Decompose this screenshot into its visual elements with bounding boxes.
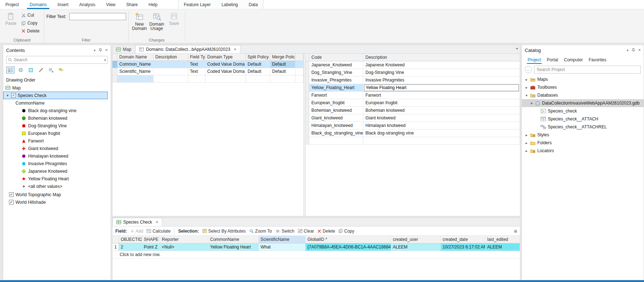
pane-menu-chevron-icon[interactable]: ▾ <box>627 48 629 52</box>
back-arrow-icon[interactable]: ← <box>525 66 532 73</box>
tree-item-map[interactable]: Map <box>3 84 111 92</box>
list-by-drawing-order-icon[interactable] <box>6 66 15 74</box>
switch-selection-button[interactable]: Switch <box>275 229 294 234</box>
expand-arrow-icon[interactable]: ▸ <box>525 78 528 81</box>
cell-split-policy[interactable]: Default <box>246 68 270 75</box>
cell-created-date[interactable]: 10/27/2023 6:17:02 AM <box>441 243 485 251</box>
list-by-editing-icon[interactable] <box>36 66 45 74</box>
col-domain-name[interactable]: Domain Name <box>117 54 154 61</box>
tab-analysis[interactable]: Analysis <box>74 0 101 9</box>
catalog-tab-project[interactable]: Project <box>525 57 544 64</box>
pane-menu-chevron-icon[interactable]: ▾ <box>94 48 96 52</box>
expand-arrow-icon[interactable]: ▾ <box>530 101 533 105</box>
code-row[interactable]: Dog_Strangling_VineDog-Strangling Vine <box>306 69 520 76</box>
cell-domain-name[interactable]: Scientific_Name <box>117 68 154 75</box>
catalog-item-species-check-attach[interactable]: Species_check__ATTACH <box>522 115 644 123</box>
cell-code[interactable]: Japanese_Knotweed <box>309 61 363 69</box>
cell-code-description[interactable]: Black dog-strangling vine <box>363 129 520 137</box>
tab-domains[interactable]: Domains <box>24 0 52 9</box>
tab-feature-layer[interactable]: Feature Layer <box>178 0 216 9</box>
list-by-data-source-icon[interactable] <box>16 66 25 74</box>
cell-scientificname[interactable]: What <box>259 243 306 251</box>
cell-split-policy[interactable]: Default <box>246 61 270 68</box>
col-field-type[interactable]: Field Ty <box>188 54 205 61</box>
col-created-date[interactable]: created_date <box>441 236 485 243</box>
close-icon[interactable]: × <box>638 48 641 53</box>
col-objectid[interactable]: OBJECTID * <box>119 236 142 243</box>
cell-objectid[interactable]: 2 <box>119 243 142 251</box>
pin-icon[interactable] <box>98 48 102 52</box>
tab-insert[interactable]: Insert <box>52 0 74 9</box>
copy-button[interactable]: Copy <box>19 19 42 27</box>
cell-code-description[interactable]: Bohemian knotweed <box>363 107 520 114</box>
col-globalid[interactable]: GlobalID * <box>306 236 391 243</box>
attribute-row-selected[interactable]: 1 2 Point Z <Null> Yellow Floating Heart… <box>112 243 520 251</box>
add-new-row-hint[interactable]: Click to add new row. <box>112 251 520 259</box>
col-description[interactable]: Description <box>154 54 188 61</box>
cell-shape[interactable]: Point Z <box>142 243 160 251</box>
cell-description[interactable] <box>154 68 188 75</box>
expand-arrow-icon[interactable]: ▸ <box>525 141 528 145</box>
list-by-snapping-icon[interactable] <box>46 66 55 74</box>
catalog-item-toolboxes[interactable]: ▸ Toolboxes <box>522 83 644 91</box>
zoom-to-button[interactable]: Zoom To <box>249 229 272 234</box>
cell-code[interactable]: Fanwort <box>309 92 363 99</box>
catalog-tab-portal[interactable]: Portal <box>544 57 561 64</box>
code-description-edit-input[interactable] <box>364 84 519 91</box>
tab-list-chevron-icon[interactable]: ▾ <box>516 47 518 50</box>
catalog-item-maps[interactable]: ▸ Maps <box>522 75 644 83</box>
tree-item-field-commonname[interactable]: CommonName <box>3 99 111 107</box>
cell-code-description[interactable]: Himalayan knotweed <box>363 122 520 129</box>
calculate-button[interactable]: Calculate <box>147 229 170 234</box>
search-options-chevron-icon[interactable]: ▾ <box>104 58 106 62</box>
legend-item[interactable]: European frogbit <box>3 129 111 137</box>
row-indicator[interactable] <box>112 75 117 83</box>
cell-code-description[interactable]: Japanese Knotweed <box>363 61 520 69</box>
legend-item[interactable]: Dog-Strangling Vine <box>3 122 111 129</box>
expand-arrow-icon[interactable]: ▸ <box>525 133 528 137</box>
cell-domain-type[interactable]: Coded Value Doma <box>205 68 246 75</box>
catalog-item-species-check[interactable]: Species_check <box>522 107 644 115</box>
cut-button[interactable]: Cut <box>19 12 42 19</box>
code-row[interactable]: Bohemian_knotweedBohemian knotweed <box>306 107 520 114</box>
cell-code-description[interactable]: Giant knotweed <box>363 114 520 122</box>
code-new-row[interactable] <box>306 137 520 145</box>
col-code-description[interactable]: Description <box>363 54 520 61</box>
species-check-checkbox[interactable]: ✓ <box>11 93 16 98</box>
row-number[interactable]: 1 <box>112 243 119 251</box>
cell-code[interactable]: Dog_Strangling_Vine <box>309 69 363 76</box>
cell-field-type[interactable]: Text <box>188 68 205 75</box>
expand-arrow-icon[interactable]: ▸ <box>525 85 528 89</box>
code-row[interactable]: FanwortFanwort <box>306 92 520 99</box>
code-row[interactable]: European_frogbitEuropean frogbit <box>306 99 520 107</box>
save-button[interactable]: Save <box>165 11 183 27</box>
tree-item-world-hillshade[interactable]: ✓ World Hillshade <box>3 198 111 206</box>
new-domain-button[interactable]: New Domain <box>131 11 148 32</box>
domain-row[interactable]: Common_Name Text Coded Value Doma Defaul… <box>112 61 303 68</box>
legend-item[interactable]: Bohemian knotweed <box>3 114 111 122</box>
cell-code[interactable]: Himalayan_knotweed <box>309 122 363 129</box>
catalog-item-styles[interactable]: ▸ Styles <box>522 131 644 139</box>
cell-created-user[interactable]: ALEEM <box>391 243 441 251</box>
doc-tab-map[interactable]: Map <box>112 45 135 53</box>
world-topographic-checkbox[interactable]: ✓ <box>9 192 14 197</box>
legend-item-other-values[interactable]: <all other values> <box>3 182 111 190</box>
cell-domain-name[interactable]: Common_Name <box>117 61 154 68</box>
delete-button[interactable]: Delete <box>19 27 42 35</box>
tab-data[interactable]: Data <box>243 0 263 9</box>
cell-commonname[interactable]: Yellow Floating Heart <box>208 243 259 251</box>
cell-domain-type[interactable]: Coded Value Doma <box>205 61 246 68</box>
list-by-selection-icon[interactable] <box>26 66 35 74</box>
close-icon[interactable]: × <box>234 47 236 52</box>
legend-item[interactable]: Black dog-strangling vine <box>3 107 111 114</box>
tab-help[interactable]: Help <box>143 0 163 9</box>
cell-field-type[interactable]: Text <box>188 61 205 68</box>
catalog-search-input[interactable] <box>534 66 641 74</box>
contents-search-input[interactable] <box>14 57 103 62</box>
table-menu-icon[interactable]: ≡ <box>514 228 517 234</box>
copy-rows-button[interactable]: Copy <box>339 229 354 234</box>
cell-last-edited[interactable]: ALEEM <box>485 243 520 251</box>
code-row[interactable]: Himalayan_knotweedHimalayan knotweed <box>306 122 520 129</box>
code-row[interactable]: Invasive_PhragmitesInvasive Phragmites <box>306 76 520 84</box>
cell-code[interactable]: Black_dog_strangling_vine <box>309 129 363 137</box>
